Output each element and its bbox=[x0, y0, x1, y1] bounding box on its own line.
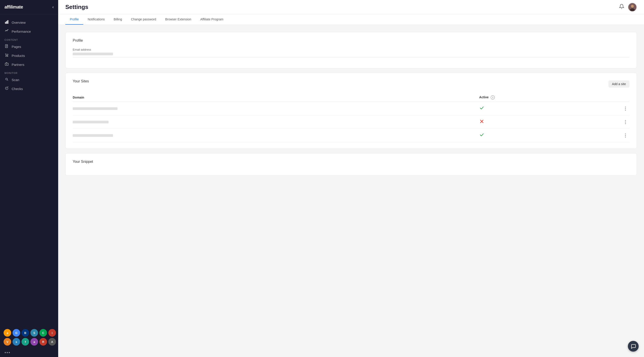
pages-icon bbox=[4, 44, 9, 49]
active-cell bbox=[479, 115, 622, 129]
settings-tabs: Profile Notifications Billing Change pas… bbox=[58, 14, 644, 25]
svg-point-14 bbox=[6, 78, 8, 80]
svg-point-17 bbox=[631, 5, 634, 8]
partners-icon bbox=[4, 62, 9, 67]
partner-amazon[interactable]: a bbox=[4, 329, 11, 337]
overview-icon bbox=[4, 20, 9, 25]
main-content: Settings Profile Notifications Billing C… bbox=[58, 0, 644, 357]
email-form-group: Email address bbox=[73, 48, 630, 57]
app-logo: affilimate bbox=[4, 5, 23, 10]
scan-icon bbox=[4, 78, 9, 82]
partner-booking[interactable]: B bbox=[22, 329, 29, 337]
partner-more[interactable]: A bbox=[48, 338, 56, 345]
email-placeholder-bar bbox=[73, 53, 113, 55]
active-check-icon bbox=[479, 106, 484, 111]
partner-flexoffers[interactable]: f bbox=[22, 338, 29, 345]
tab-change-password[interactable]: Change password bbox=[126, 14, 161, 25]
profile-section: Profile Email address bbox=[65, 32, 637, 68]
sidebar: affilimate ‹ Overview Performanc bbox=[0, 0, 58, 357]
partner-shareasale[interactable]: S bbox=[30, 329, 38, 337]
svg-point-10 bbox=[8, 56, 8, 57]
more-partners-button[interactable]: ••• bbox=[0, 348, 58, 357]
sites-section-title: Your Sites bbox=[73, 79, 89, 83]
active-cell bbox=[479, 129, 622, 142]
email-field-container bbox=[73, 53, 630, 57]
page-title: Settings bbox=[65, 4, 88, 11]
profile-section-title: Profile bbox=[73, 39, 630, 43]
sidebar-item-label: Products bbox=[12, 54, 25, 58]
partner-cj[interactable]: C bbox=[40, 329, 47, 337]
svg-line-15 bbox=[7, 80, 8, 81]
checks-icon bbox=[4, 87, 9, 91]
partner-viglink[interactable]: V bbox=[4, 338, 11, 345]
tab-billing[interactable]: Billing bbox=[109, 14, 126, 25]
content-section-label: CONTENT bbox=[0, 36, 58, 42]
row-menu-button[interactable] bbox=[622, 134, 630, 138]
chat-button[interactable] bbox=[628, 341, 639, 352]
actions-column-header bbox=[622, 93, 630, 102]
active-check-icon bbox=[479, 133, 484, 138]
notifications-bell-icon[interactable] bbox=[619, 4, 624, 11]
sidebar-item-label: Scan bbox=[12, 78, 19, 82]
page-content-area: Profile Email address Your Sites Add a s… bbox=[58, 25, 644, 357]
partner-skimlinks[interactable]: s bbox=[12, 338, 20, 345]
domain-placeholder bbox=[73, 107, 118, 110]
sidebar-item-pages[interactable]: Pages bbox=[0, 42, 58, 51]
performance-icon bbox=[4, 29, 9, 34]
domain-column-header: Domain bbox=[73, 93, 479, 102]
sidebar-navigation: Overview Performance CONTENT bbox=[0, 14, 58, 326]
actions-cell bbox=[622, 102, 630, 115]
sidebar-item-label: Performance bbox=[12, 30, 31, 33]
sites-section-header: Your Sites Add a site bbox=[73, 79, 630, 89]
row-menu-button[interactable] bbox=[622, 120, 630, 124]
row-menu-button[interactable] bbox=[622, 107, 630, 111]
partner-impact[interactable]: i bbox=[48, 329, 56, 337]
tab-profile[interactable]: Profile bbox=[65, 14, 83, 25]
active-cell bbox=[479, 102, 622, 115]
table-row bbox=[73, 102, 630, 115]
sites-table: Domain Active i bbox=[73, 93, 630, 142]
sidebar-item-performance[interactable]: Performance bbox=[0, 27, 58, 36]
partner-avantlink[interactable]: a bbox=[30, 338, 38, 345]
snippet-section: Your Snippet bbox=[65, 153, 637, 176]
active-column-header: Active i bbox=[479, 93, 622, 102]
tab-notifications[interactable]: Notifications bbox=[83, 14, 109, 25]
email-label: Email address bbox=[73, 48, 630, 51]
domain-cell bbox=[73, 102, 479, 115]
active-info-icon[interactable]: i bbox=[491, 95, 495, 99]
sidebar-item-label: Checks bbox=[12, 87, 23, 91]
domain-cell bbox=[73, 129, 479, 142]
partner-google[interactable]: G bbox=[12, 329, 20, 337]
user-avatar[interactable] bbox=[628, 3, 637, 12]
topbar: Settings bbox=[58, 0, 644, 14]
add-site-button[interactable]: Add a site bbox=[608, 80, 630, 88]
table-row bbox=[73, 129, 630, 142]
snippet-section-title: Your Snippet bbox=[73, 160, 630, 164]
collapse-sidebar-button[interactable]: ‹ bbox=[52, 5, 54, 10]
domain-placeholder bbox=[73, 121, 108, 123]
sidebar-item-label: Pages bbox=[12, 45, 21, 49]
partner-rakuten[interactable]: R bbox=[40, 338, 47, 345]
domain-placeholder bbox=[73, 134, 113, 137]
domain-cell bbox=[73, 115, 479, 129]
monitor-section-label: MONITOR bbox=[0, 69, 58, 75]
tab-affiliate-program[interactable]: Affiliate Program bbox=[196, 14, 228, 25]
svg-point-9 bbox=[6, 56, 6, 57]
sidebar-item-label: Partners bbox=[12, 63, 24, 67]
sidebar-item-products[interactable]: Products bbox=[0, 51, 58, 60]
partner-icons-grid: a G B S C i V s f a R A bbox=[0, 326, 58, 348]
tab-browser-extension[interactable]: Browser Extension bbox=[161, 14, 196, 25]
actions-cell bbox=[622, 129, 630, 142]
sidebar-item-label: Overview bbox=[12, 21, 26, 25]
sidebar-item-overview[interactable]: Overview bbox=[0, 18, 58, 27]
inactive-x-icon bbox=[479, 120, 484, 125]
sites-section: Your Sites Add a site Domain Active i bbox=[65, 73, 637, 149]
sidebar-item-scan[interactable]: Scan bbox=[0, 75, 58, 84]
products-icon bbox=[4, 53, 9, 58]
svg-rect-2 bbox=[7, 20, 8, 24]
topbar-right bbox=[619, 3, 637, 12]
sidebar-header: affilimate ‹ bbox=[0, 0, 58, 14]
sidebar-item-partners[interactable]: Partners bbox=[0, 60, 58, 69]
actions-cell bbox=[622, 115, 630, 129]
sidebar-item-checks[interactable]: Checks bbox=[0, 84, 58, 93]
